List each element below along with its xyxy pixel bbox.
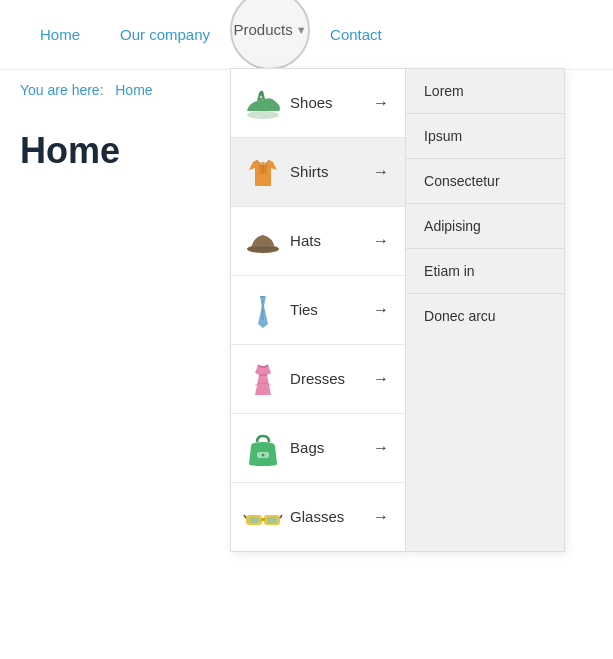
shoes-arrow-icon: → (373, 94, 395, 112)
products-dropdown: Shoes → Shirts → (230, 68, 565, 552)
ties-arrow-icon: → (373, 301, 395, 319)
bags-arrow-icon: → (373, 439, 395, 457)
glasses-arrow-icon: → (373, 508, 395, 526)
glasses-icon (241, 495, 285, 539)
category-shirts[interactable]: Shirts → (231, 138, 405, 207)
tie-icon (241, 288, 285, 332)
dresses-arrow-icon: → (373, 370, 395, 388)
shirts-label: Shirts (285, 163, 373, 180)
bags-label: Bags (285, 439, 373, 456)
glasses-label: Glasses (285, 508, 373, 525)
category-hats[interactable]: Hats → (231, 207, 405, 276)
shoe-icon (241, 81, 285, 125)
breadcrumb-prefix: You are here: (20, 82, 104, 98)
svg-line-14 (244, 515, 246, 518)
dresses-label: Dresses (285, 370, 373, 387)
submenu-item-lorem[interactable]: Lorem (406, 69, 564, 114)
hats-label: Hats (285, 232, 373, 249)
category-bags[interactable]: Bags → (231, 414, 405, 483)
dropdown-submenu: Lorem Ipsum Consectetur Adipising Etiam … (405, 68, 565, 552)
nav-our-company[interactable]: Our company (100, 26, 230, 43)
category-dresses[interactable]: Dresses → (231, 345, 405, 414)
nav-contact[interactable]: Contact (310, 26, 402, 43)
nav-products-button[interactable]: Products ▼ (230, 0, 310, 70)
submenu-item-etiam[interactable]: Etiam in (406, 249, 564, 294)
bag-icon (241, 426, 285, 470)
shirt-icon (241, 150, 285, 194)
hat-icon (241, 219, 285, 263)
nav-home[interactable]: Home (20, 26, 100, 43)
main-nav: Home Our company Products ▼ (0, 0, 613, 70)
svg-rect-13 (261, 518, 265, 521)
dropdown-categories: Shoes → Shirts → (230, 68, 405, 552)
hats-arrow-icon: → (373, 232, 395, 250)
svg-line-15 (280, 515, 282, 518)
svg-rect-6 (255, 246, 271, 249)
category-ties[interactable]: Ties → (231, 276, 405, 345)
breadcrumb-current: Home (115, 82, 152, 98)
submenu-item-ipsum[interactable]: Ipsum (406, 114, 564, 159)
svg-rect-16 (249, 517, 259, 523)
shoes-label: Shoes (285, 94, 373, 111)
submenu-item-donec[interactable]: Donec arcu (406, 294, 564, 338)
svg-point-0 (247, 111, 279, 119)
svg-point-1 (260, 95, 263, 98)
nav-products-label: Products (234, 21, 293, 38)
nav-products-arrow-icon: ▼ (296, 24, 307, 36)
category-shoes[interactable]: Shoes → (231, 69, 405, 138)
svg-point-10 (262, 453, 265, 456)
submenu-item-adipising[interactable]: Adipising (406, 204, 564, 249)
svg-rect-17 (267, 517, 277, 523)
shirts-arrow-icon: → (373, 163, 395, 181)
category-glasses[interactable]: Glasses → (231, 483, 405, 551)
submenu-item-consectetur[interactable]: Consectetur (406, 159, 564, 204)
ties-label: Ties (285, 301, 373, 318)
dress-icon (241, 357, 285, 401)
nav-products-container: Products ▼ Shoes → (230, 0, 310, 70)
